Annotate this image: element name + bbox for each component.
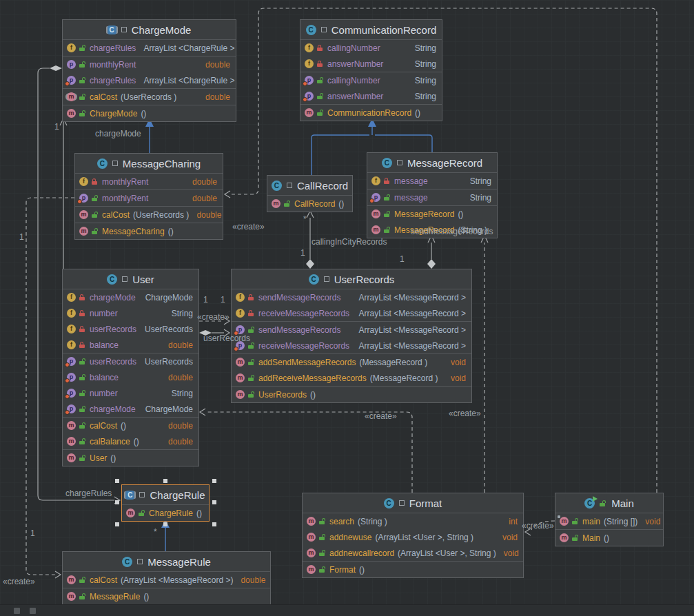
member-row-User-chargeMode[interactable]: chargeModeChargeMode xyxy=(63,401,198,417)
member-row-Format-addnewcallrecord[interactable]: addnewcallrecord(ArrayList <User >, Stri… xyxy=(303,545,523,561)
grid-icon[interactable] xyxy=(14,608,20,614)
class-ChargeRule[interactable]: ChargeRuleChargeRule() xyxy=(121,484,210,522)
member-name: calCost xyxy=(90,92,117,102)
member-row-CallRecord-CallRecord[interactable]: CallRecord() xyxy=(267,196,352,212)
class-UserRecords[interactable]: UserRecordssendMessageRecordsArrayList <… xyxy=(231,269,472,403)
class-MessageRule[interactable]: MessageRulecalCost(ArrayList <MessageRec… xyxy=(62,551,271,605)
class-header[interactable]: UserRecords xyxy=(232,269,471,289)
public-lock-icon xyxy=(79,110,86,116)
class-header[interactable]: ChargeRule xyxy=(122,485,209,504)
member-row-MessageRule-MessageRule[interactable]: MessageRule() xyxy=(63,588,270,604)
member-row-CommunicationRecord-CommunicationRecord[interactable]: CommunicationRecord() xyxy=(300,105,442,121)
compartment: messageString xyxy=(367,189,497,205)
class-header[interactable]: ChargeMode xyxy=(63,20,236,39)
class-ChargeMode[interactable]: ChargeModechargeRulesArrayList <ChargeRu… xyxy=(62,19,236,122)
member-row-UserRecords-receiveMessageRecords[interactable]: receiveMessageRecordsArrayList <MessageR… xyxy=(232,305,471,321)
member-row-User-userRecords[interactable]: userRecordsUserRecords xyxy=(63,321,198,337)
class-header[interactable]: CommunicationRecord xyxy=(300,20,442,39)
edge-label: 1 xyxy=(400,254,405,264)
class-header[interactable]: MessageRecord xyxy=(367,153,497,172)
selection-handle[interactable] xyxy=(212,500,216,504)
member-row-ChargeMode-chargeRules[interactable]: chargeRulesArrayList <ChargeRule > xyxy=(63,72,236,88)
member-type: double xyxy=(164,340,193,350)
member-row-UserRecords-sendMessageRecords[interactable]: sendMessageRecordsArrayList <MessageReco… xyxy=(232,289,471,305)
member-row-User-balance[interactable]: balancedouble xyxy=(63,337,198,353)
member-row-UserRecords-receiveMessageRecords[interactable]: receiveMessageRecordsArrayList <MessageR… xyxy=(232,338,471,353)
member-row-MessageRule-calCost[interactable]: calCost(ArrayList <MessageRecord >)doubl… xyxy=(63,572,270,588)
member-row-User-calBalance[interactable]: calBalance()double xyxy=(63,433,198,449)
class-CallRecord[interactable]: CallRecordCallRecord() xyxy=(267,175,353,212)
panel-icon[interactable] xyxy=(30,608,36,614)
member-row-MessageCharing-MessageCharing[interactable]: MessageCharing() xyxy=(75,223,223,239)
selection-handle[interactable] xyxy=(212,479,216,483)
edge-create-format-user[interactable] xyxy=(205,412,412,493)
member-row-MessageRecord-message[interactable]: messageString xyxy=(367,173,497,189)
member-row-ChargeMode-ChargeMode[interactable]: ChargeMode() xyxy=(63,105,236,121)
member-row-CommunicationRecord-callingNumber[interactable]: callingNumberString xyxy=(300,72,442,88)
public-lock-icon xyxy=(317,77,324,83)
public-lock-icon xyxy=(248,391,255,398)
compartment: sendMessageRecordsArrayList <MessageReco… xyxy=(232,321,471,353)
selection-handle[interactable] xyxy=(163,522,167,526)
member-row-ChargeMode-chargeRules[interactable]: chargeRulesArrayList <ChargeRule > xyxy=(63,40,236,56)
member-row-ChargeMode-monthlyRent[interactable]: monthlyRentdouble xyxy=(63,57,236,72)
class-Format[interactable]: Formatsearch(String )intaddnewuse(ArrayL… xyxy=(302,493,524,578)
member-name: ChargeMode xyxy=(90,109,137,119)
member-row-UserRecords-UserRecords[interactable]: UserRecords() xyxy=(232,387,471,402)
member-row-User-number[interactable]: numberString xyxy=(63,385,198,401)
member-row-User-balance[interactable]: balancedouble xyxy=(63,369,198,385)
class-MessageCharing[interactable]: MessageCharingmonthlyRentdoublemonthlyRe… xyxy=(74,153,223,240)
member-row-UserRecords-addReceiveMessageRecords[interactable]: addReceiveMessageRecords(MessageRecord )… xyxy=(232,370,471,386)
selection-handle[interactable] xyxy=(212,522,216,526)
member-row-Format-Format[interactable]: Format() xyxy=(303,562,523,577)
member-type: String xyxy=(411,43,436,53)
class-CommunicationRecord[interactable]: CommunicationRecordcallingNumberStringan… xyxy=(300,19,442,121)
selection-handle[interactable] xyxy=(115,522,119,526)
member-row-UserRecords-addSendMessageRecords[interactable]: addSendMessageRecords(MessageRecord )voi… xyxy=(232,354,471,370)
private-lock-icon xyxy=(317,61,324,67)
public-lock-icon xyxy=(79,406,86,412)
selection-handle[interactable] xyxy=(115,500,119,504)
class-header[interactable]: User xyxy=(63,269,198,289)
member-row-Format-addnewuse[interactable]: addnewuse(ArrayList <User >, String )voi… xyxy=(303,529,523,545)
member-row-Main-main[interactable]: main(String [])void xyxy=(555,513,663,529)
member-row-UserRecords-sendMessageRecords[interactable]: sendMessageRecordsArrayList <MessageReco… xyxy=(232,322,471,338)
class-header[interactable]: MessageCharing xyxy=(75,154,223,173)
member-row-CommunicationRecord-answerNumber[interactable]: answerNumberString xyxy=(300,88,442,104)
member-row-User-number[interactable]: numberString xyxy=(63,305,198,321)
edge-label: «create» xyxy=(197,312,229,322)
class-header[interactable]: Format xyxy=(303,493,523,513)
class-Main[interactable]: Mainmain(String [])voidMain() xyxy=(555,493,664,546)
member-type: ArrayList <ChargeRule > xyxy=(139,76,234,85)
member-row-User-userRecords[interactable]: userRecordsUserRecords xyxy=(63,353,198,369)
member-row-ChargeRule-ChargeRule[interactable]: ChargeRule() xyxy=(122,505,209,521)
method-icon xyxy=(67,575,76,584)
member-row-MessageCharing-monthlyRent[interactable]: monthlyRentdouble xyxy=(75,190,223,206)
member-row-Main-Main[interactable]: Main() xyxy=(555,530,663,546)
class-MessageRecord[interactable]: MessageRecordmessageStringmessageStringM… xyxy=(367,152,498,238)
method-icon xyxy=(307,517,316,526)
member-row-MessageCharing-calCost[interactable]: calCost(UserRecords )double xyxy=(75,207,223,223)
member-params: () xyxy=(121,421,126,431)
selection-handle[interactable] xyxy=(163,479,167,483)
member-row-Format-search[interactable]: search(String )int xyxy=(303,513,523,529)
member-row-CommunicationRecord-answerNumber[interactable]: answerNumberString xyxy=(300,56,442,72)
diagram-canvas[interactable]: ChargeModechargeRulesArrayList <ChargeRu… xyxy=(0,0,694,616)
member-row-User-User[interactable]: User() xyxy=(63,450,198,466)
class-header[interactable]: Main xyxy=(555,493,663,513)
class-header[interactable]: MessageRule xyxy=(63,552,270,571)
member-row-MessageRecord-MessageRecord[interactable]: MessageRecord() xyxy=(367,206,497,222)
member-row-ChargeMode-calCost[interactable]: calCost(UserRecords )double xyxy=(63,89,236,105)
class-header[interactable]: CallRecord xyxy=(267,176,352,195)
member-row-User-chargeMode[interactable]: chargeModeChargeMode xyxy=(63,289,198,305)
selection-handle[interactable] xyxy=(115,479,119,483)
member-row-MessageRecord-message[interactable]: messageString xyxy=(367,189,497,205)
member-row-User-calCost[interactable]: calCost()double xyxy=(63,418,198,433)
edge-label: userRecords xyxy=(203,333,250,343)
class-User[interactable]: UserchargeModeChargeModenumberStringuser… xyxy=(62,269,199,466)
member-type: ArrayList <MessageRecord > xyxy=(355,309,466,318)
member-row-CommunicationRecord-callingNumber[interactable]: callingNumberString xyxy=(300,40,442,56)
member-row-MessageCharing-monthlyRent[interactable]: monthlyRentdouble xyxy=(75,174,223,189)
edge-create-main-messagecharing[interactable] xyxy=(230,8,657,493)
class-title: ChargeMode xyxy=(132,24,192,36)
